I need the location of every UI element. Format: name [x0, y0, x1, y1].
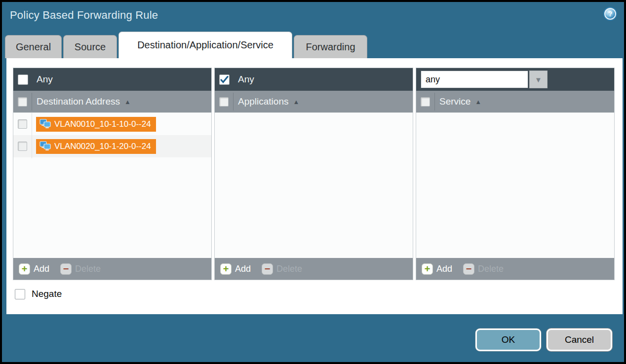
- tab-bar: General Source Destination/Application/S…: [5, 32, 367, 58]
- negate-checkbox[interactable]: [15, 289, 25, 299]
- destination-column-header: Destination Address ▲: [13, 91, 211, 112]
- service-delete-button[interactable]: − Delete: [463, 263, 504, 275]
- applications-any-label: Any: [238, 74, 254, 85]
- negate-option: Negate: [15, 289, 62, 299]
- destination-row-checkbox[interactable]: [18, 119, 27, 129]
- negate-label: Negate: [32, 289, 62, 299]
- service-dropdown-bar: any ▼: [416, 68, 614, 91]
- applications-panel: Any Applications ▲ + Add − Delete: [214, 68, 413, 280]
- service-mode-dropdown[interactable]: any ▼: [421, 71, 548, 88]
- destination-address-panel: Any Destination Address ▲: [13, 68, 212, 280]
- service-column-header: Service ▲: [416, 91, 614, 112]
- tab-general[interactable]: General: [5, 35, 62, 58]
- service-toolbar: + Add − Delete: [416, 258, 614, 280]
- checkbox-column-separator: [32, 113, 32, 158]
- service-select-all-checkbox[interactable]: [421, 97, 430, 107]
- destination-row-checkbox[interactable]: [18, 142, 27, 151]
- network-address-icon: [39, 119, 51, 129]
- delete-minus-icon: −: [262, 263, 273, 275]
- network-address-icon: [39, 141, 51, 151]
- applications-list: [215, 112, 413, 258]
- applications-column-label[interactable]: Applications: [238, 96, 288, 107]
- checkmark-icon: [220, 76, 229, 83]
- applications-any-checkbox[interactable]: [219, 74, 230, 85]
- sort-ascending-icon[interactable]: ▲: [124, 98, 131, 106]
- applications-toolbar: + Add − Delete: [215, 258, 413, 280]
- service-add-button[interactable]: + Add: [422, 263, 452, 275]
- applications-column-header: Applications ▲: [215, 91, 413, 112]
- destination-any-label: Any: [37, 74, 53, 85]
- destination-any-checkbox[interactable]: [18, 74, 28, 85]
- applications-add-button[interactable]: + Add: [220, 263, 251, 275]
- address-object-name: VLAN0010_10-1-10-0--24: [54, 119, 151, 129]
- delete-minus-icon: −: [60, 263, 72, 275]
- destination-row[interactable]: VLAN0010_10-1-10-0--24: [13, 113, 211, 135]
- cancel-button[interactable]: Cancel: [547, 328, 612, 351]
- service-column-label[interactable]: Service: [439, 96, 470, 107]
- service-list: [416, 112, 614, 258]
- address-object-badge[interactable]: VLAN0010_10-1-10-0--24: [36, 117, 156, 132]
- destination-toolbar: + Add − Delete: [13, 258, 211, 280]
- tab-source[interactable]: Source: [63, 35, 117, 58]
- add-plus-icon: +: [220, 263, 232, 275]
- column-separator: [32, 93, 32, 110]
- sort-ascending-icon[interactable]: ▲: [475, 98, 481, 106]
- destination-delete-button[interactable]: − Delete: [60, 263, 101, 275]
- address-object-badge[interactable]: VLAN0020_10-1-20-0--24: [36, 139, 156, 154]
- applications-select-all-checkbox[interactable]: [219, 97, 229, 107]
- tab-content: Any Destination Address ▲: [6, 58, 623, 314]
- column-separator: [434, 93, 435, 110]
- service-dropdown-value[interactable]: any: [421, 71, 528, 88]
- add-plus-icon: +: [19, 263, 30, 275]
- policy-based-forwarding-rule-dialog: Policy Based Forwarding Rule ? General S…: [0, 0, 626, 364]
- ok-button[interactable]: OK: [475, 328, 541, 351]
- tab-forwarding[interactable]: Forwarding: [294, 35, 367, 58]
- destination-any-bar: Any: [13, 68, 211, 91]
- applications-delete-button[interactable]: − Delete: [262, 263, 302, 275]
- destination-row[interactable]: VLAN0020_10-1-20-0--24: [13, 135, 211, 157]
- delete-minus-icon: −: [463, 263, 474, 275]
- destination-select-all-checkbox[interactable]: [18, 97, 27, 107]
- destination-address-list: VLAN0010_10-1-10-0--24 VLAN0020_10-1-20-…: [13, 112, 211, 258]
- dialog-title: Policy Based Forwarding Rule: [10, 9, 158, 22]
- column-separator: [233, 93, 234, 110]
- address-object-name: VLAN0020_10-1-20-0--24: [54, 142, 151, 151]
- tab-destination-application-service[interactable]: Destination/Application/Service: [118, 32, 292, 58]
- help-icon[interactable]: ?: [603, 7, 617, 21]
- service-panel: any ▼ Service ▲ + Add − Delete: [416, 68, 615, 280]
- destination-add-button[interactable]: + Add: [19, 263, 49, 275]
- dropdown-arrow-icon[interactable]: ▼: [529, 71, 548, 88]
- add-plus-icon: +: [422, 263, 433, 275]
- sort-ascending-icon[interactable]: ▲: [293, 98, 299, 106]
- applications-any-bar: Any: [215, 68, 413, 91]
- destination-column-label[interactable]: Destination Address: [37, 96, 120, 107]
